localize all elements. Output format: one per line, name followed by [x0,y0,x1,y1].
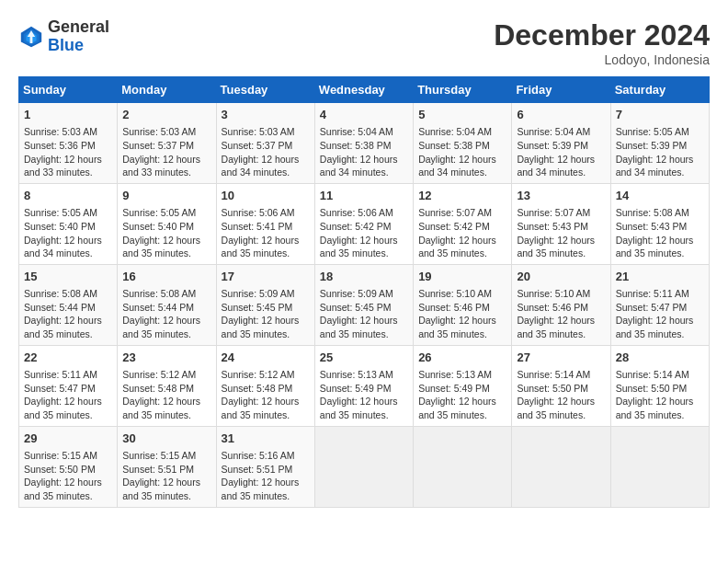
day-info-line: Sunset: 5:38 PM [418,139,506,153]
day-info-line: Sunrise: 5:14 AM [517,368,605,382]
day-info-line: and 35 minutes. [616,327,704,341]
day-number: 23 [122,350,210,366]
title-block: December 2024 Lodoyo, Indonesia [494,18,710,67]
logo-general-text: General [48,17,109,36]
day-info-line: Sunrise: 5:10 AM [418,287,506,301]
calendar-cell: 28Sunrise: 5:14 AMSunset: 5:50 PMDayligh… [610,345,709,426]
day-info-line: Daylight: 12 hours [320,314,408,327]
day-info-line: Daylight: 12 hours [517,234,605,247]
day-info-line: Sunrise: 5:07 AM [517,206,605,220]
day-info-line: and 35 minutes. [122,408,210,422]
day-number: 25 [320,350,408,366]
calendar-cell: 11Sunrise: 5:06 AMSunset: 5:42 PMDayligh… [314,183,413,264]
day-info-line: Daylight: 12 hours [616,314,704,327]
day-info-line: and 35 minutes. [320,247,408,260]
calendar-cell: 30Sunrise: 5:15 AMSunset: 5:51 PMDayligh… [118,426,216,507]
logo: General Blue [18,18,109,55]
weekday-header-friday: Friday [512,77,610,103]
day-info-line: Sunrise: 5:14 AM [616,368,704,382]
calendar-week-3: 15Sunrise: 5:08 AMSunset: 5:44 PMDayligh… [19,264,710,345]
day-info-line: and 34 minutes. [320,166,408,179]
calendar-cell: 17Sunrise: 5:09 AMSunset: 5:45 PMDayligh… [216,264,314,345]
day-info-line: Sunset: 5:39 PM [517,139,605,153]
day-info-line: Daylight: 12 hours [222,314,310,327]
day-info-line: Sunset: 5:41 PM [222,220,310,234]
day-info-line: Sunset: 5:43 PM [616,220,704,234]
day-info-line: Sunset: 5:50 PM [24,463,112,477]
day-info-line: Sunset: 5:47 PM [616,301,704,315]
day-info-line: and 33 minutes. [122,166,210,179]
day-info-line: Sunset: 5:38 PM [320,139,408,153]
day-info-line: Sunrise: 5:05 AM [24,206,112,220]
day-info-line: Daylight: 12 hours [222,476,310,489]
calendar-cell: 10Sunrise: 5:06 AMSunset: 5:41 PMDayligh… [216,183,314,264]
day-info-line: Sunset: 5:48 PM [222,382,310,396]
day-number: 1 [24,107,112,123]
calendar-cell: 13Sunrise: 5:07 AMSunset: 5:43 PMDayligh… [512,183,610,264]
day-info-line: Daylight: 12 hours [122,476,210,489]
day-info-line: Sunset: 5:46 PM [517,301,605,315]
day-info-line: Sunrise: 5:08 AM [616,206,704,220]
calendar-cell: 8Sunrise: 5:05 AMSunset: 5:40 PMDaylight… [19,183,118,264]
day-info-line: and 35 minutes. [517,247,605,260]
calendar-week-5: 29Sunrise: 5:15 AMSunset: 5:50 PMDayligh… [19,426,710,507]
day-info-line: Sunset: 5:45 PM [320,301,408,315]
weekday-header-monday: Monday [118,77,216,103]
day-info-line: and 35 minutes. [616,408,704,422]
day-info-line: Sunset: 5:50 PM [517,382,605,396]
day-info-line: and 35 minutes. [222,247,310,260]
day-info-line: Sunset: 5:42 PM [418,220,506,234]
weekday-header-sunday: Sunday [19,77,118,103]
calendar-cell: 16Sunrise: 5:08 AMSunset: 5:44 PMDayligh… [118,264,216,345]
day-info-line: Daylight: 12 hours [418,314,506,327]
day-info-line: and 35 minutes. [222,327,310,341]
day-info-line: and 35 minutes. [517,408,605,422]
day-info-line: Sunrise: 5:09 AM [320,287,408,301]
day-info-line: Sunset: 5:49 PM [320,382,408,396]
day-number: 21 [616,269,704,285]
day-info-line: and 33 minutes. [24,166,112,179]
day-info-line: Sunrise: 5:12 AM [222,368,310,382]
day-info-line: Daylight: 12 hours [122,153,210,167]
day-info-line: Sunset: 5:40 PM [122,220,210,234]
weekday-header-wednesday: Wednesday [314,77,413,103]
day-info-line: Sunrise: 5:09 AM [222,287,310,301]
day-number: 5 [418,107,506,123]
location: Lodoyo, Indonesia [494,52,710,67]
calendar-cell [512,426,610,507]
calendar-table: SundayMondayTuesdayWednesdayThursdayFrid… [18,76,710,508]
day-info-line: Sunset: 5:36 PM [24,139,112,153]
day-info-line: Sunset: 5:40 PM [24,220,112,234]
day-number: 6 [517,107,605,123]
day-info-line: Sunset: 5:49 PM [418,382,506,396]
day-number: 28 [616,350,704,366]
calendar-cell: 20Sunrise: 5:10 AMSunset: 5:46 PMDayligh… [512,264,610,345]
day-info-line: Daylight: 12 hours [320,234,408,247]
calendar-cell: 3Sunrise: 5:03 AMSunset: 5:37 PMDaylight… [216,103,314,184]
day-info-line: Sunrise: 5:03 AM [222,125,310,139]
day-info-line: Sunrise: 5:15 AM [122,449,210,463]
day-info-line: Sunrise: 5:04 AM [517,125,605,139]
calendar-cell: 23Sunrise: 5:12 AMSunset: 5:48 PMDayligh… [118,345,216,426]
logo-blue-text: Blue [48,36,84,54]
day-info-line: Sunset: 5:51 PM [222,463,310,477]
day-info-line: Sunrise: 5:13 AM [320,368,408,382]
day-number: 10 [222,188,310,204]
day-number: 27 [517,350,605,366]
day-info-line: Daylight: 12 hours [616,395,704,408]
day-number: 22 [24,350,112,366]
day-info-line: Sunrise: 5:13 AM [418,368,506,382]
day-info-line: and 35 minutes. [24,327,112,341]
calendar-cell: 22Sunrise: 5:11 AMSunset: 5:47 PMDayligh… [19,345,118,426]
day-info-line: and 35 minutes. [616,247,704,260]
day-number: 19 [418,269,506,285]
day-number: 26 [418,350,506,366]
day-info-line: Sunset: 5:42 PM [320,220,408,234]
day-number: 29 [24,431,112,447]
day-info-line: and 34 minutes. [517,166,605,179]
day-info-line: and 34 minutes. [616,166,704,179]
day-info-line: Daylight: 12 hours [24,234,112,247]
calendar-cell: 1Sunrise: 5:03 AMSunset: 5:36 PMDaylight… [19,103,118,184]
day-info-line: Daylight: 12 hours [222,153,310,167]
calendar-cell: 2Sunrise: 5:03 AMSunset: 5:37 PMDaylight… [118,103,216,184]
